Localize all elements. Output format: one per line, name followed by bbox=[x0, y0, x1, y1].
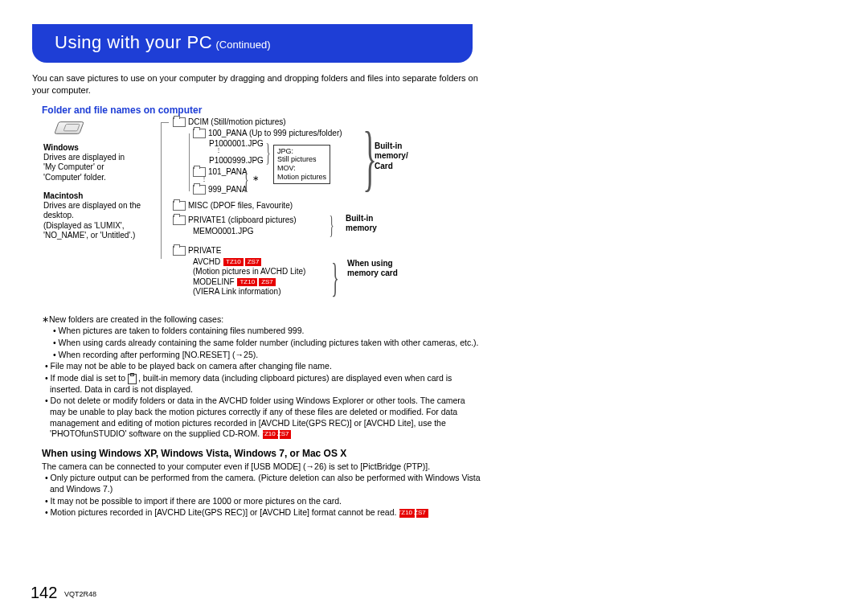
section-os-heading: When using Windows XP, Windows Vista, Wi… bbox=[42, 448, 482, 459]
mov-label: MOV: bbox=[277, 164, 296, 172]
dcim-folder: DCIM (Still/motion pictures) bbox=[173, 117, 286, 128]
s2-b3-text: • Motion pictures recorded in [AVCHD Lit… bbox=[45, 507, 396, 517]
pana100-folder: 100_PANA (Up to 999 pictures/folder) bbox=[193, 129, 342, 139]
pana101-label: 101_PANA bbox=[208, 167, 248, 176]
jpg-value: Still pictures bbox=[277, 155, 326, 164]
section-folder-heading: Folder and file names on computer bbox=[42, 105, 482, 116]
folder-icon bbox=[193, 129, 206, 138]
page-title-tab: Using with your PC (Continued) bbox=[32, 24, 473, 63]
misc-label: MISC (DPOF files, Favourite) bbox=[188, 201, 293, 210]
page-title: Using with your PC bbox=[55, 32, 212, 52]
folder-icon bbox=[173, 215, 186, 225]
filetype-box: JPG: Still pictures MOV: Motion pictures bbox=[273, 145, 330, 184]
notes-block: ∗New folders are created in the followin… bbox=[42, 314, 482, 440]
dcim-label: DCIM (Still/motion pictures) bbox=[188, 117, 286, 126]
windows-heading: Windows bbox=[43, 143, 79, 154]
folder-icon bbox=[173, 246, 186, 256]
private-folder: PRIVATE bbox=[173, 246, 221, 256]
note-b1: • File may not be able to be played back… bbox=[42, 361, 482, 372]
windows-text: Drives are displayed in 'My Computer' or… bbox=[43, 153, 136, 183]
note-n2: • When using cards already containing th… bbox=[42, 338, 482, 349]
note-n1: • When pictures are taken to folders con… bbox=[42, 326, 482, 337]
file-p999: P1000999.JPG bbox=[209, 156, 264, 166]
brace-icon: } bbox=[244, 164, 249, 195]
note-b3-text: • Do not delete or modify folders or dat… bbox=[45, 396, 465, 438]
s2-b1: • Only picture output can be performed f… bbox=[42, 473, 482, 494]
brace-icon: } bbox=[331, 254, 339, 301]
builtin-card-label: Built-in memory/ Card bbox=[375, 141, 423, 172]
zs7-badge: ZS7 bbox=[416, 509, 428, 517]
private1-folder: PRIVATE1 (clipboard pictures) bbox=[173, 215, 297, 226]
when-card-label: When using memory card bbox=[347, 259, 411, 279]
avchd-sub: (Motion pictures in AVCHD Lite) bbox=[193, 267, 305, 277]
tz10-badge: TZ10 bbox=[263, 430, 278, 438]
tz10-badge: TZ10 bbox=[223, 258, 244, 266]
s2-intro: The camera can be connected to your comp… bbox=[42, 461, 482, 473]
note-b2: • If mode dial is set to , built-in memo… bbox=[42, 373, 482, 395]
pana100-label: 100_PANA (Up to 999 pictures/folder) bbox=[208, 129, 342, 137]
viera-sub: (VIERA Link information) bbox=[193, 287, 281, 297]
pana999-label: 999_PANA bbox=[208, 185, 248, 194]
vdots: ⋮ bbox=[201, 175, 207, 183]
misc-folder: MISC (DPOF files, Favourite) bbox=[173, 201, 293, 211]
vdots: ⋮ bbox=[215, 146, 222, 154]
doc-id: VQT2R48 bbox=[64, 590, 96, 598]
jpg-label: JPG: bbox=[277, 147, 293, 155]
clipboard-icon bbox=[128, 374, 137, 384]
memo-file: MEMO0001.JPG bbox=[193, 227, 254, 237]
folder-icon bbox=[193, 185, 206, 195]
zs7-badge: ZS7 bbox=[280, 430, 292, 438]
avchd-label: AVCHD bbox=[193, 257, 220, 266]
new-folder-note: ∗New folders are created in the followin… bbox=[42, 314, 482, 326]
folder-diagram: Windows Drives are displayed in 'My Comp… bbox=[32, 119, 482, 308]
s2-b3: • Motion pictures recorded in [AVCHD Lit… bbox=[42, 507, 482, 519]
brace-icon: } bbox=[330, 211, 334, 240]
folder-icon bbox=[173, 117, 186, 127]
note-b3: • Do not delete or modify folders or dat… bbox=[42, 396, 482, 440]
section2-block: The camera can be connected to your comp… bbox=[42, 461, 482, 519]
private-label: PRIVATE bbox=[188, 246, 221, 255]
page-subtitle: (Continued) bbox=[216, 39, 271, 51]
mov-value: Motion pictures bbox=[277, 173, 326, 182]
mac-text: Drives are displayed on the desktop. (Di… bbox=[43, 201, 148, 241]
drive-icon bbox=[54, 121, 84, 133]
mac-heading: Macintosh bbox=[43, 191, 83, 202]
zs7-badge: ZS7 bbox=[245, 258, 262, 266]
private1-label: PRIVATE1 (clipboard pictures) bbox=[188, 215, 297, 224]
zs7-badge: ZS7 bbox=[259, 278, 276, 286]
tz10-badge: TZ10 bbox=[399, 509, 415, 517]
tz10-badge: TZ10 bbox=[237, 278, 257, 286]
intro-text: You can save pictures to use on your com… bbox=[32, 72, 482, 96]
folder-icon bbox=[173, 201, 186, 211]
modelinf-label: MODELINF bbox=[193, 277, 235, 286]
modelinf-line: MODELINF TZ10ZS7 bbox=[193, 277, 276, 288]
brace-icon: } bbox=[266, 138, 271, 168]
builtin-mem-label: Built-in memory bbox=[346, 214, 394, 234]
note-b2a: • If mode dial is set to bbox=[45, 373, 128, 383]
note-n3: • When recording after performing [NO.RE… bbox=[42, 350, 482, 361]
star: ∗ bbox=[252, 174, 259, 184]
pana999-folder: 999_PANA bbox=[193, 185, 248, 195]
avchd-line: AVCHD TZ10ZS7 bbox=[193, 257, 262, 268]
page-number: 142 bbox=[31, 584, 57, 602]
s2-b2: • It may not be possible to import if th… bbox=[42, 496, 482, 507]
